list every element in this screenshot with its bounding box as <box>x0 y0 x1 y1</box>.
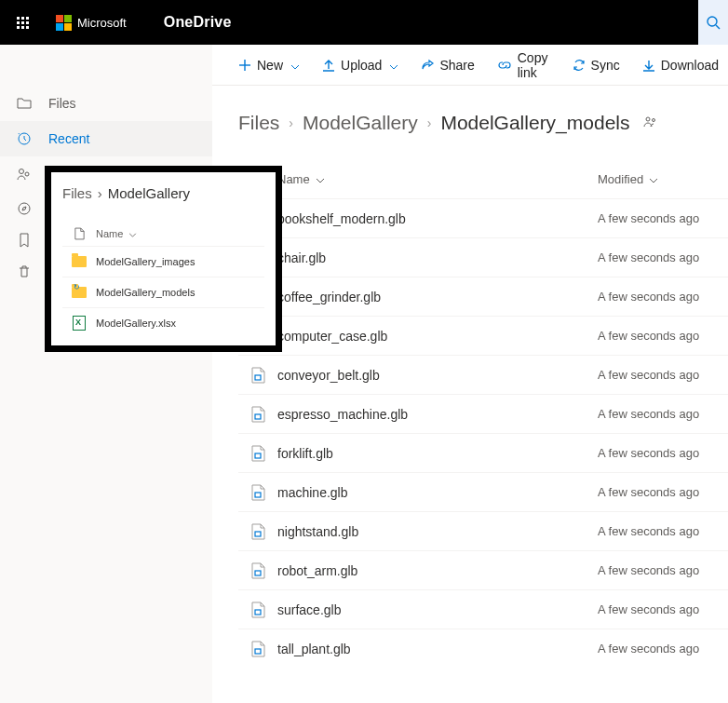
table-row[interactable]: forklift.glbA few seconds ago <box>238 433 728 472</box>
table-row[interactable]: coffee_grinder.glbA few seconds ago <box>238 277 728 316</box>
chevron-right-icon: › <box>289 115 293 130</box>
excel-icon <box>73 316 86 331</box>
discover-icon[interactable] <box>17 201 32 216</box>
share-icon <box>421 59 434 72</box>
svg-rect-16 <box>255 453 261 458</box>
chevron-right-icon: › <box>98 185 102 201</box>
item-icon <box>62 256 96 267</box>
breadcrumb-current: ModelGallery_models <box>440 112 629 134</box>
bookmark-icon[interactable] <box>17 233 32 248</box>
sidebar-item-files[interactable]: Files <box>0 86 212 121</box>
file-name[interactable]: surface.glb <box>277 602 598 617</box>
chevron-down-icon <box>316 172 325 186</box>
svg-line-1 <box>716 25 720 29</box>
sync-badge-icon: ↻ <box>74 283 80 291</box>
column-headers: Name Modified <box>238 171 728 198</box>
download-button[interactable]: Download <box>633 50 728 80</box>
table-row[interactable]: ↻ModelGallery_models <box>62 277 264 307</box>
breadcrumb-item[interactable]: Files <box>238 112 279 134</box>
table-row[interactable]: surface.glbA few seconds ago <box>238 589 728 629</box>
app-launcher-button[interactable] <box>0 0 45 45</box>
file-name[interactable]: tall_plant.glb <box>277 642 598 656</box>
file-icon <box>238 367 277 384</box>
chevron-right-icon: › <box>427 115 432 130</box>
brand-text: Microsoft <box>77 16 127 30</box>
file-icon <box>238 562 277 579</box>
upload-icon <box>322 59 335 72</box>
modified-column-header[interactable]: Modified <box>598 172 728 186</box>
file-name[interactable]: nightstand.glb <box>277 524 598 539</box>
item-icon: ↻ <box>62 287 96 298</box>
table-row[interactable]: chair.glbA few seconds ago <box>238 237 728 277</box>
svg-point-8 <box>646 117 650 121</box>
sidebar-item-recent[interactable]: Recent <box>0 121 212 156</box>
table-row[interactable]: computer_case.glbA few seconds ago <box>238 316 728 355</box>
plus-icon <box>238 59 251 72</box>
sidebar: Files Recent Shared <box>0 45 212 703</box>
file-modified: A few seconds ago <box>598 329 728 343</box>
item-name[interactable]: ModelGallery_images <box>96 256 195 267</box>
file-name[interactable]: forklift.glb <box>277 446 598 461</box>
file-name[interactable]: chair.glb <box>277 250 598 265</box>
file-icon <box>238 445 277 462</box>
chevron-down-icon <box>389 58 398 73</box>
svg-point-9 <box>652 118 654 121</box>
sync-button[interactable]: Sync <box>563 50 629 80</box>
file-name[interactable]: coffee_grinder.glb <box>277 290 598 304</box>
command-bar: New Upload Share Copy link Sync <box>212 45 728 86</box>
file-name[interactable]: bookshelf_modern.glb <box>277 211 598 226</box>
permissions-icon[interactable] <box>643 115 656 131</box>
name-column-header[interactable]: Name <box>277 172 598 186</box>
table-row[interactable]: ModelGallery.xlsx <box>62 307 264 338</box>
file-modified: A few seconds ago <box>598 211 728 225</box>
table-row[interactable]: robot_arm.glbA few seconds ago <box>238 550 728 589</box>
file-modified: A few seconds ago <box>598 407 728 421</box>
svg-rect-18 <box>255 532 261 536</box>
svg-point-0 <box>708 17 717 26</box>
file-name[interactable]: espresso_machine.glb <box>277 407 598 422</box>
upload-button[interactable]: Upload <box>313 50 408 80</box>
search-icon <box>706 15 721 30</box>
shared-icon <box>17 167 32 182</box>
app-title: OneDrive <box>164 14 232 31</box>
breadcrumb-item[interactable]: ModelGallery <box>303 112 418 134</box>
svg-point-3 <box>20 169 24 174</box>
file-name[interactable]: computer_case.glb <box>277 329 598 344</box>
share-button[interactable]: Share <box>411 50 483 80</box>
chevron-down-icon <box>290 58 300 73</box>
table-row[interactable]: nightstand.glbA few seconds ago <box>238 511 728 550</box>
table-row[interactable]: ModelGallery_images <box>62 246 264 277</box>
file-modified: A few seconds ago <box>598 602 728 616</box>
topbar: Microsoft OneDrive <box>0 0 728 45</box>
table-row[interactable]: bookshelf_modern.glbA few seconds ago <box>238 198 728 237</box>
file-name[interactable]: conveyor_belt.glb <box>277 368 598 383</box>
search-button[interactable] <box>698 0 728 45</box>
item-name[interactable]: ModelGallery.xlsx <box>96 318 176 329</box>
cmd-label: Upload <box>341 58 382 73</box>
recent-icon <box>17 131 32 146</box>
file-name[interactable]: robot_arm.glb <box>277 563 598 578</box>
copy-link-button[interactable]: Copy link <box>488 50 559 80</box>
table-row[interactable]: espresso_machine.glbA few seconds ago <box>238 394 728 433</box>
file-icon <box>238 641 277 657</box>
recycle-bin-icon[interactable] <box>17 264 32 279</box>
cmd-label: New <box>257 58 283 73</box>
inset-column-headers: Name <box>62 227 264 246</box>
file-type-column[interactable] <box>62 227 96 240</box>
file-icon <box>238 602 277 618</box>
breadcrumb-item[interactable]: Files <box>62 185 92 201</box>
name-column-header[interactable]: Name <box>96 228 264 239</box>
item-name[interactable]: ModelGallery_models <box>96 287 195 298</box>
waffle-icon <box>17 17 29 29</box>
cmd-label: Copy link <box>518 50 550 80</box>
column-label: Name <box>277 172 310 186</box>
table-row[interactable]: tall_plant.glbA few seconds ago <box>238 629 728 668</box>
table-row[interactable]: conveyor_belt.glbA few seconds ago <box>238 355 728 394</box>
folder-icon <box>72 256 87 267</box>
new-button[interactable]: New <box>229 50 309 80</box>
file-modified: A few seconds ago <box>598 563 728 577</box>
table-row[interactable]: machine.glbA few seconds ago <box>238 472 728 511</box>
file-name[interactable]: machine.glb <box>277 485 598 500</box>
file-modified: A few seconds ago <box>598 485 728 499</box>
chevron-down-icon <box>649 172 658 186</box>
